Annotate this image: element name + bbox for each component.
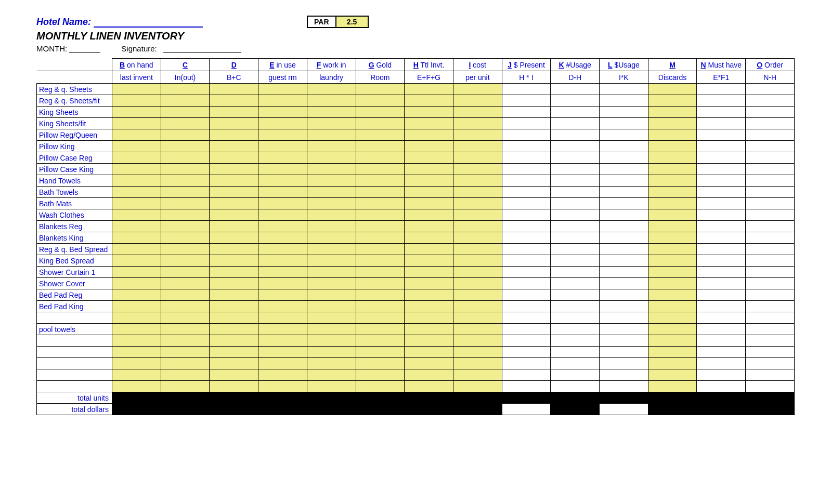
- data-cell[interactable]: [600, 118, 648, 129]
- data-cell[interactable]: [648, 221, 697, 232]
- data-cell[interactable]: [502, 381, 551, 392]
- data-cell[interactable]: [453, 255, 502, 267]
- data-cell[interactable]: [697, 221, 746, 232]
- data-cell[interactable]: [502, 187, 551, 198]
- data-cell[interactable]: [746, 347, 795, 358]
- data-cell[interactable]: [648, 301, 697, 312]
- data-cell[interactable]: [551, 267, 600, 278]
- data-cell[interactable]: [112, 164, 161, 175]
- data-cell[interactable]: [453, 209, 502, 221]
- data-cell[interactable]: [258, 358, 307, 369]
- data-cell[interactable]: [551, 335, 600, 347]
- data-cell[interactable]: [551, 141, 600, 152]
- data-cell[interactable]: [502, 232, 551, 244]
- data-cell[interactable]: [648, 324, 697, 335]
- data-cell[interactable]: [405, 107, 453, 118]
- data-cell[interactable]: [502, 84, 551, 95]
- data-cell[interactable]: [405, 324, 453, 335]
- data-cell[interactable]: [551, 221, 600, 232]
- data-cell[interactable]: [502, 278, 551, 289]
- data-cell[interactable]: [210, 221, 258, 232]
- data-cell[interactable]: [405, 369, 453, 381]
- data-cell[interactable]: [502, 301, 551, 312]
- data-cell[interactable]: [258, 255, 307, 267]
- data-cell[interactable]: [600, 164, 648, 175]
- data-cell[interactable]: [502, 141, 551, 152]
- data-cell[interactable]: [600, 232, 648, 244]
- data-cell[interactable]: [307, 289, 356, 301]
- data-cell[interactable]: [356, 335, 405, 347]
- data-cell[interactable]: [112, 129, 161, 141]
- data-cell[interactable]: [600, 84, 648, 95]
- data-cell[interactable]: [697, 141, 746, 152]
- data-cell[interactable]: [697, 164, 746, 175]
- data-cell[interactable]: [356, 221, 405, 232]
- data-cell[interactable]: [697, 278, 746, 289]
- data-cell[interactable]: [161, 187, 210, 198]
- data-cell[interactable]: [258, 187, 307, 198]
- data-cell[interactable]: [112, 301, 161, 312]
- data-cell[interactable]: [307, 84, 356, 95]
- data-cell[interactable]: [112, 324, 161, 335]
- data-cell[interactable]: [210, 324, 258, 335]
- data-cell[interactable]: [648, 107, 697, 118]
- data-cell[interactable]: [405, 221, 453, 232]
- data-cell[interactable]: [112, 118, 161, 129]
- data-cell[interactable]: [356, 324, 405, 335]
- data-cell[interactable]: [210, 141, 258, 152]
- data-cell[interactable]: [502, 221, 551, 232]
- data-cell[interactable]: [746, 164, 795, 175]
- data-cell[interactable]: [161, 232, 210, 244]
- data-cell[interactable]: [210, 347, 258, 358]
- data-cell[interactable]: [648, 244, 697, 255]
- data-cell[interactable]: [600, 312, 648, 324]
- data-cell[interactable]: [746, 107, 795, 118]
- data-cell[interactable]: [648, 347, 697, 358]
- data-cell[interactable]: [502, 347, 551, 358]
- data-cell[interactable]: [258, 84, 307, 95]
- data-cell[interactable]: [551, 381, 600, 392]
- data-cell[interactable]: [502, 164, 551, 175]
- data-cell[interactable]: [453, 84, 502, 95]
- data-cell[interactable]: [210, 95, 258, 107]
- data-cell[interactable]: [210, 152, 258, 164]
- data-cell[interactable]: [746, 289, 795, 301]
- data-cell[interactable]: [648, 381, 697, 392]
- data-cell[interactable]: [551, 95, 600, 107]
- data-cell[interactable]: [697, 118, 746, 129]
- data-cell[interactable]: [551, 198, 600, 209]
- data-cell[interactable]: [502, 244, 551, 255]
- data-cell[interactable]: [405, 358, 453, 369]
- data-cell[interactable]: [356, 289, 405, 301]
- data-cell[interactable]: [600, 335, 648, 347]
- data-cell[interactable]: [746, 221, 795, 232]
- data-cell[interactable]: [356, 232, 405, 244]
- data-cell[interactable]: [453, 324, 502, 335]
- data-cell[interactable]: [161, 289, 210, 301]
- data-cell[interactable]: [648, 255, 697, 267]
- data-cell[interactable]: [112, 152, 161, 164]
- data-cell[interactable]: [453, 335, 502, 347]
- data-cell[interactable]: [161, 381, 210, 392]
- data-cell[interactable]: [453, 312, 502, 324]
- data-cell[interactable]: [502, 335, 551, 347]
- data-cell[interactable]: [307, 118, 356, 129]
- data-cell[interactable]: [307, 278, 356, 289]
- data-cell[interactable]: [405, 129, 453, 141]
- data-cell[interactable]: [210, 164, 258, 175]
- data-cell[interactable]: [210, 278, 258, 289]
- data-cell[interactable]: [600, 369, 648, 381]
- data-cell[interactable]: [697, 209, 746, 221]
- data-cell[interactable]: [502, 107, 551, 118]
- data-cell[interactable]: [307, 358, 356, 369]
- data-cell[interactable]: [161, 198, 210, 209]
- data-cell[interactable]: [112, 141, 161, 152]
- data-cell[interactable]: [405, 301, 453, 312]
- data-cell[interactable]: [551, 358, 600, 369]
- data-cell[interactable]: [648, 152, 697, 164]
- data-cell[interactable]: [210, 175, 258, 187]
- data-cell[interactable]: [502, 129, 551, 141]
- data-cell[interactable]: [161, 358, 210, 369]
- data-cell[interactable]: [258, 324, 307, 335]
- data-cell[interactable]: [746, 244, 795, 255]
